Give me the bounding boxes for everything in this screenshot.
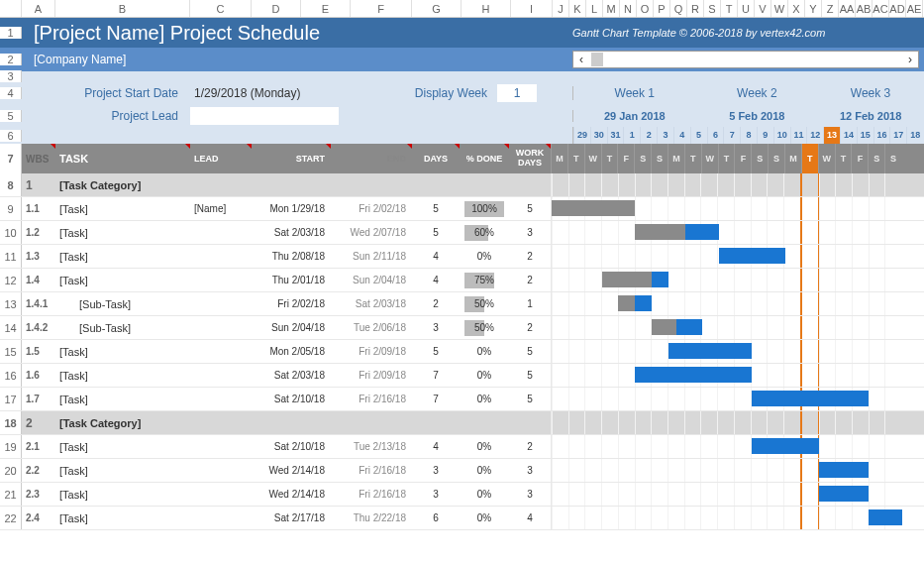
col-letter[interactable]: Z: [822, 0, 839, 17]
row-number[interactable]: 13: [0, 292, 22, 315]
col-letter[interactable]: AA: [839, 0, 856, 17]
done-cell[interactable]: 0%: [460, 364, 509, 387]
wbs-cell[interactable]: 1: [22, 173, 55, 196]
row-number[interactable]: 21: [0, 483, 22, 506]
wbs-cell[interactable]: 1.2: [22, 221, 55, 244]
work-cell[interactable]: 3: [509, 221, 551, 244]
end-cell[interactable]: Wed 2/07/18: [331, 221, 412, 244]
days-cell[interactable]: 7: [412, 388, 460, 410]
wbs-cell[interactable]: 1.3: [22, 245, 55, 268]
task-cell[interactable]: [Task Category]: [55, 411, 190, 434]
end-cell[interactable]: Fri 2/16/18: [331, 388, 412, 410]
task-cell[interactable]: [Task]: [55, 340, 190, 363]
table-row[interactable]: 222.4[Task]Sat 2/17/18Thu 2/22/1860%4: [0, 507, 924, 530]
header-lead[interactable]: LEAD: [190, 144, 252, 173]
work-cell[interactable]: 3: [509, 483, 551, 506]
start-cell[interactable]: [252, 173, 331, 196]
days-cell[interactable]: 3: [412, 316, 460, 339]
wbs-cell[interactable]: 2.3: [22, 483, 55, 506]
end-cell[interactable]: Fri 2/09/18: [331, 364, 412, 387]
table-row[interactable]: 161.6[Task]Sat 2/03/18Fri 2/09/1870%5: [0, 364, 924, 388]
done-cell[interactable]: 50%: [460, 316, 509, 339]
row-number[interactable]: 17: [0, 388, 22, 410]
col-letter[interactable]: E: [301, 0, 351, 17]
col-letter[interactable]: AD: [889, 0, 906, 17]
end-cell[interactable]: Sun 2/04/18: [331, 269, 412, 291]
row-number[interactable]: 11: [0, 245, 22, 268]
days-cell[interactable]: 6: [412, 507, 460, 529]
work-cell[interactable]: 2: [509, 245, 551, 268]
wbs-cell[interactable]: 2.1: [22, 435, 55, 458]
col-letter[interactable]: L: [586, 0, 603, 17]
row-number[interactable]: 2: [0, 54, 22, 65]
scroll-thumb[interactable]: [591, 53, 603, 66]
work-cell[interactable]: 5: [509, 197, 551, 220]
end-cell[interactable]: Fri 2/16/18: [331, 483, 412, 506]
days-cell[interactable]: 3: [412, 483, 460, 506]
col-letter[interactable]: H: [462, 0, 511, 17]
end-cell[interactable]: Fri 2/02/18: [331, 197, 412, 220]
wbs-cell[interactable]: 2.4: [22, 507, 55, 529]
col-letter[interactable]: R: [687, 0, 704, 17]
col-letter[interactable]: V: [755, 0, 771, 17]
row-number[interactable]: 4: [0, 87, 22, 99]
lead-cell[interactable]: [190, 507, 252, 529]
lead-cell[interactable]: [190, 459, 252, 482]
start-cell[interactable]: Sun 2/04/18: [252, 316, 331, 339]
table-row[interactable]: 111.3[Task]Thu 2/08/18Sun 2/11/1840%2: [0, 245, 924, 269]
wbs-cell[interactable]: 1.4.2: [22, 316, 55, 339]
work-cell[interactable]: 2: [509, 269, 551, 291]
lead-cell[interactable]: [Name]: [190, 197, 252, 220]
task-cell[interactable]: [Task]: [55, 364, 190, 387]
days-cell[interactable]: [412, 411, 460, 434]
table-row[interactable]: 202.2[Task]Wed 2/14/18Fri 2/16/1830%3: [0, 459, 924, 483]
row-number[interactable]: 8: [0, 173, 22, 196]
wbs-cell[interactable]: 2: [22, 411, 55, 434]
table-row[interactable]: 141.4.2[Sub-Task]Sun 2/04/18Tue 2/06/183…: [0, 316, 924, 340]
start-cell[interactable]: Mon 2/05/18: [252, 340, 331, 363]
table-row[interactable]: 151.5[Task]Mon 2/05/18Fri 2/09/1850%5: [0, 340, 924, 364]
done-cell[interactable]: 50%: [460, 292, 509, 315]
col-letter[interactable]: Y: [805, 0, 822, 17]
work-cell[interactable]: [509, 173, 551, 196]
row-number[interactable]: 12: [0, 269, 22, 291]
header-start[interactable]: START: [252, 144, 331, 173]
end-cell[interactable]: Tue 2/13/18: [331, 435, 412, 458]
lead-cell[interactable]: [190, 388, 252, 410]
end-cell[interactable]: Sat 2/03/18: [331, 292, 412, 315]
task-cell[interactable]: [Task Category]: [55, 173, 190, 196]
display-week-value[interactable]: 1: [497, 84, 537, 102]
col-letter[interactable]: O: [637, 0, 654, 17]
days-cell[interactable]: 7: [412, 364, 460, 387]
scroll-left-icon[interactable]: ‹: [573, 53, 589, 66]
days-cell[interactable]: 2: [412, 292, 460, 315]
days-cell[interactable]: 4: [412, 435, 460, 458]
done-cell[interactable]: 0%: [460, 245, 509, 268]
lead-cell[interactable]: [190, 292, 252, 315]
days-cell[interactable]: [412, 173, 460, 196]
row-number[interactable]: 14: [0, 316, 22, 339]
table-row[interactable]: 81[Task Category]: [0, 173, 924, 197]
task-cell[interactable]: [Task]: [55, 269, 190, 291]
col-letter[interactable]: I: [511, 0, 553, 17]
wbs-cell[interactable]: 1.7: [22, 388, 55, 410]
start-cell[interactable]: Wed 2/14/18: [252, 459, 331, 482]
col-letter[interactable]: F: [351, 0, 412, 17]
end-cell[interactable]: Sun 2/11/18: [331, 245, 412, 268]
work-cell[interactable]: [509, 411, 551, 434]
start-cell[interactable]: Thu 2/08/18: [252, 245, 331, 268]
done-cell[interactable]: 0%: [460, 435, 509, 458]
col-letter[interactable]: U: [738, 0, 755, 17]
row-number[interactable]: 6: [0, 130, 22, 142]
lead-cell[interactable]: [190, 269, 252, 291]
end-cell[interactable]: [331, 411, 412, 434]
table-row[interactable]: 182[Task Category]: [0, 411, 924, 435]
table-row[interactable]: 91.1[Task][Name]Mon 1/29/18Fri 2/02/1851…: [0, 197, 924, 221]
col-letter[interactable]: T: [721, 0, 738, 17]
wbs-cell[interactable]: 1.5: [22, 340, 55, 363]
start-cell[interactable]: Sat 2/17/18: [252, 507, 331, 529]
work-cell[interactable]: 1: [509, 292, 551, 315]
col-letter[interactable]: C: [190, 0, 252, 17]
wbs-cell[interactable]: 1.6: [22, 364, 55, 387]
lead-value[interactable]: [190, 107, 339, 125]
